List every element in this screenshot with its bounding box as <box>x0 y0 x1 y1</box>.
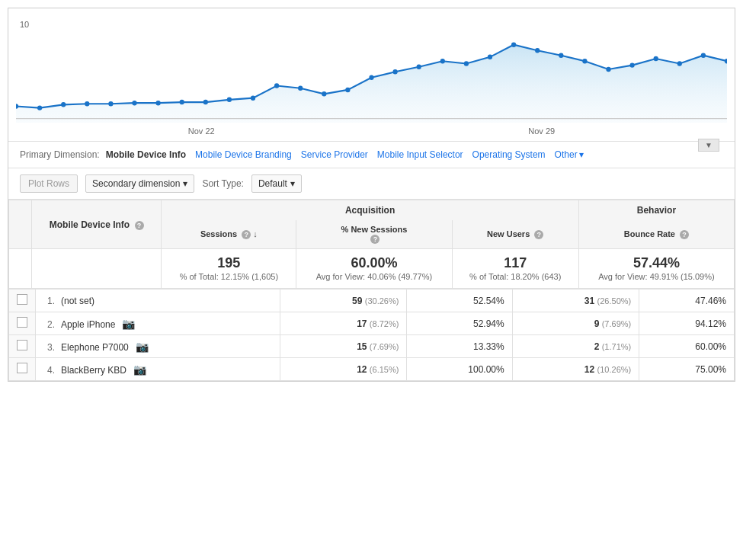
x-label-nov29: Nov 29 <box>528 126 555 136</box>
table-row: 1.(not set)59 (30.26%)52.54%31 (26.50%)4… <box>9 290 735 312</box>
row-device-name: BlackBerry KBD <box>61 365 127 376</box>
totals-pct-new-sessions-value: 60.00% <box>304 255 444 271</box>
row-new-users-cell: 12 (10.26%) <box>512 358 639 381</box>
svg-point-11 <box>251 95 255 100</box>
row-new-users-cell: 2 (1.71%) <box>512 335 639 358</box>
svg-point-25 <box>582 59 587 63</box>
row-sessions-pct: (30.26%) <box>365 296 399 306</box>
svg-point-20 <box>464 61 469 66</box>
row-name-cell: 4.BlackBerry KBD 📷 <box>36 358 280 381</box>
svg-point-15 <box>345 88 350 92</box>
secondary-dimension-dropdown[interactable]: Secondary dimension ▾ <box>85 174 194 193</box>
svg-point-21 <box>488 55 492 59</box>
x-axis-labels: Nov 22 Nov 29 <box>16 126 727 136</box>
new-users-header: New Users ? <box>452 220 578 249</box>
row-device-name: (not set) <box>61 296 94 306</box>
svg-point-22 <box>511 42 516 46</box>
sessions-header: Sessions ? ↓ <box>162 220 296 249</box>
totals-new-users-value: 117 <box>460 255 571 271</box>
totals-bounce-rate-value: 57.44% <box>587 255 726 271</box>
row-bounce-rate-cell: 47.46% <box>639 290 735 312</box>
row-number: 3. <box>47 342 55 353</box>
row-sessions-value: 12 <box>357 364 367 375</box>
svg-point-14 <box>322 91 326 96</box>
svg-point-7 <box>155 101 160 105</box>
row-pct-new-sessions-value: 100.00% <box>468 364 504 375</box>
sessions-help-icon[interactable]: ? <box>242 230 251 239</box>
row-new-users-value: 31 <box>584 296 594 306</box>
group-header-row: Mobile Device Info ? Acquisition Behavio… <box>9 200 735 221</box>
row-sessions-pct: (6.15%) <box>370 365 399 374</box>
row-new-users-cell: 31 (26.50%) <box>512 290 639 312</box>
rows-container: 1.(not set)59 (30.26%)52.54%31 (26.50%)4… <box>8 289 735 381</box>
svg-point-4 <box>85 101 89 106</box>
row-new-users-pct: (7.69%) <box>602 319 632 328</box>
data-table: Mobile Device Info ? Acquisition Behavio… <box>8 200 735 289</box>
totals-new-users-cell: 117 % of Total: 18.20% (643) <box>452 249 578 289</box>
row-sessions-pct: (8.72%) <box>370 319 399 328</box>
row-checkbox[interactable] <box>17 294 27 305</box>
totals-new-users-sub: % of Total: 18.20% (643) <box>469 272 561 281</box>
svg-point-9 <box>203 100 208 104</box>
behavior-group-header: Behavior <box>578 200 734 221</box>
acquisition-group-header: Acquisition <box>162 200 579 221</box>
row-pct-new-sessions-cell: 52.54% <box>407 290 512 312</box>
row-checkbox[interactable] <box>17 317 27 328</box>
svg-point-17 <box>392 69 397 74</box>
table-row: 4.BlackBerry KBD 📷12 (6.15%)100.00%12 (1… <box>9 358 735 381</box>
row-name-cell: 3.Elephone P7000 📷 <box>36 335 280 358</box>
svg-point-24 <box>559 53 563 57</box>
row-sessions-value: 15 <box>357 341 367 352</box>
row-checkbox[interactable] <box>17 340 27 350</box>
main-container: 10 <box>8 8 735 382</box>
chart-area: 10 <box>8 8 735 142</box>
row-name-cell: 1.(not set) <box>36 290 280 312</box>
svg-point-27 <box>629 62 634 67</box>
row-bounce-rate-value: 47.46% <box>695 296 726 306</box>
row-name-cell: 2.Apple iPhone 📷 <box>36 312 280 335</box>
row-device-name: Elephone P7000 <box>61 342 129 353</box>
row-device-name: Apple iPhone <box>61 319 115 330</box>
pct-new-sessions-header: % New Sessions ? <box>296 220 452 249</box>
secondary-dimension-label: Secondary dimension <box>92 178 180 189</box>
row-bounce-rate-cell: 75.00% <box>639 358 735 381</box>
svg-point-30 <box>701 53 706 57</box>
checkbox-header <box>9 200 32 249</box>
new-users-help-icon[interactable]: ? <box>534 230 543 239</box>
svg-point-28 <box>654 56 658 61</box>
table-row: 3.Elephone P7000 📷15 (7.69%)13.33%2 (1.7… <box>9 335 735 358</box>
row-pct-new-sessions-cell: 13.33% <box>407 335 512 358</box>
plot-rows-button[interactable]: Plot Rows <box>20 174 78 193</box>
totals-row: 195 % of Total: 12.15% (1,605) 60.00% Av… <box>9 249 735 289</box>
svg-point-12 <box>274 83 279 88</box>
svg-point-3 <box>61 102 66 107</box>
camera-icon: 📷 <box>130 363 146 376</box>
camera-icon: 📷 <box>133 341 149 353</box>
pct-new-sessions-help-icon[interactable]: ? <box>370 235 380 244</box>
svg-point-26 <box>606 67 610 72</box>
row-new-users-value: 2 <box>594 341 600 352</box>
line-chart <box>16 16 727 123</box>
row-sessions-pct: (7.69%) <box>370 342 399 351</box>
mobile-device-help-icon[interactable]: ? <box>135 221 144 230</box>
totals-bounce-rate-sub: Avg for View: 49.91% (15.09%) <box>598 272 714 281</box>
table-row: 2.Apple iPhone 📷17 (8.72%)52.94%9 (7.69%… <box>9 312 735 335</box>
mobile-device-info-header: Mobile Device Info ? <box>32 200 162 249</box>
bounce-rate-help-icon[interactable]: ? <box>680 230 689 239</box>
row-pct-new-sessions-value: 52.94% <box>473 318 504 329</box>
totals-pct-new-sessions-cell: 60.00% Avg for View: 40.06% (49.77%) <box>296 249 452 289</box>
sort-dropdown-arrow-icon: ▾ <box>290 178 295 189</box>
sessions-sort-arrow[interactable]: ↓ <box>253 229 258 238</box>
row-number: 2. <box>47 319 55 330</box>
chart-scrollbar[interactable]: ▼ <box>16 136 727 155</box>
sort-default-dropdown[interactable]: Default ▾ <box>251 174 302 193</box>
dropdown-arrow-icon: ▾ <box>183 178 187 189</box>
svg-point-29 <box>677 61 682 66</box>
x-label-nov22: Nov 22 <box>188 126 215 136</box>
svg-point-2 <box>37 105 42 110</box>
row-checkbox[interactable] <box>17 363 27 373</box>
totals-sessions-cell: 195 % of Total: 12.15% (1,605) <box>162 249 296 289</box>
scrollbar-button[interactable]: ▼ <box>698 139 719 152</box>
svg-marker-0 <box>16 45 727 123</box>
row-new-users-cell: 9 (7.69%) <box>512 312 639 335</box>
